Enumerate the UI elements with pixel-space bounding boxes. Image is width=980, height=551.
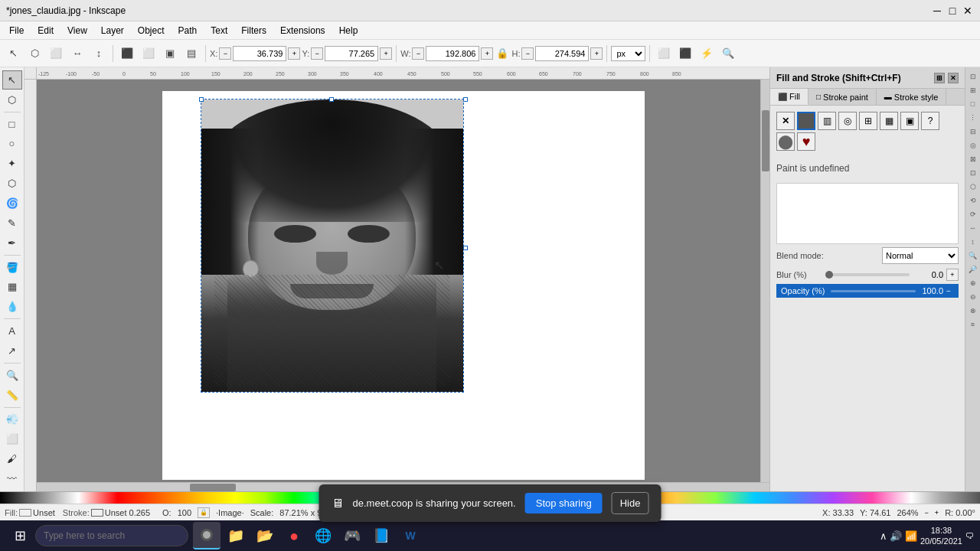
linear-gradient-btn[interactable]: ▥ — [818, 112, 836, 130]
connector-tool[interactable]: ↗ — [2, 341, 22, 360]
taskbar-icon-edge[interactable]: 🌐 — [309, 522, 337, 549]
menu-edit[interactable]: Edit — [31, 24, 60, 37]
spiral-tool[interactable]: 🌀 — [2, 194, 22, 213]
y-decrement-btn[interactable]: − — [311, 47, 323, 60]
zoom-in-status-btn[interactable]: + — [935, 508, 939, 517]
side-icon-8[interactable]: ⊡ — [967, 167, 979, 179]
side-icon-11[interactable]: ⟳ — [967, 208, 979, 220]
menu-path[interactable]: Path — [172, 24, 204, 37]
snap-node-icon[interactable]: ⊞ — [967, 84, 979, 96]
scrollbar-h-thumb[interactable] — [190, 484, 236, 491]
taskbar-icon-chrome[interactable]: ● — [280, 522, 308, 549]
canvas-wrapper[interactable]: -125 -100 -50 0 50 100 150 200 250 300 3… — [24, 67, 769, 491]
selection-handle-tr[interactable] — [463, 97, 468, 102]
maximize-button[interactable]: □ — [946, 5, 959, 17]
y-input[interactable] — [325, 46, 378, 61]
photo-frame[interactable] — [201, 99, 464, 393]
start-button[interactable]: ⊞ — [6, 522, 34, 549]
side-icon-12[interactable]: ↔ — [967, 222, 979, 234]
menu-extensions[interactable]: Extensions — [274, 24, 332, 37]
taskbar-system-tray[interactable]: ∧ 🔊 📶 — [880, 530, 917, 542]
star-tool[interactable]: ✦ — [2, 154, 22, 173]
side-icon-13[interactable]: ↕ — [967, 236, 979, 248]
flat-color-btn[interactable] — [797, 112, 815, 130]
stroke-paint-tab[interactable]: □ Stroke paint — [808, 89, 877, 105]
taskbar-icon-app6[interactable]: 📘 — [368, 522, 395, 549]
w-increment-btn[interactable]: + — [481, 47, 493, 60]
ungroup-btn[interactable]: ▤ — [181, 44, 201, 64]
node-edit-tool[interactable]: ⬡ — [2, 90, 22, 109]
opacity-decrement-btn[interactable]: − — [943, 285, 954, 296]
stroke-style-tab[interactable]: ▬ Stroke style — [877, 89, 946, 105]
side-icon-16[interactable]: ⊕ — [967, 277, 979, 289]
menu-text[interactable]: Text — [204, 24, 234, 37]
taskbar-search-input[interactable] — [35, 525, 188, 546]
hide-button[interactable]: Hide — [612, 492, 649, 514]
blur-increment-btn[interactable]: + — [946, 269, 959, 281]
selection-handle-mr[interactable] — [463, 246, 468, 250]
close-button[interactable]: ✕ — [962, 5, 974, 17]
zoom-out-status-btn[interactable]: − — [925, 508, 929, 517]
side-icon-19[interactable]: ≡ — [967, 318, 979, 331]
paint-tool[interactable]: 🖌 — [2, 449, 22, 468]
taskbar-icon-explorer[interactable]: 📁 — [222, 522, 250, 549]
blend-mode-select[interactable]: Normal Multiply Screen Overlay — [882, 247, 959, 264]
zoom-out-icon[interactable]: 🔎 — [967, 263, 979, 276]
opacity-lock-btn[interactable]: 🔒 — [198, 507, 210, 518]
calligraphy-tool[interactable]: ✒ — [2, 233, 22, 253]
taskbar-icon-word[interactable]: W — [397, 522, 424, 549]
rect-tool[interactable]: □ — [2, 115, 22, 134]
unknown-paint-btn[interactable]: ? — [921, 112, 939, 130]
x-decrement-btn[interactable]: − — [219, 47, 231, 60]
fill-color-swatch[interactable] — [19, 509, 31, 517]
flip-h-btn[interactable]: ↔ — [67, 44, 87, 64]
side-icon-7[interactable]: ⊠ — [967, 153, 979, 165]
minimize-button[interactable]: ─ — [931, 5, 943, 17]
opacity-slider-track[interactable] — [831, 290, 916, 292]
side-icon-17[interactable]: ⊖ — [967, 291, 979, 303]
menu-view[interactable]: View — [61, 24, 93, 37]
select-tool-btn[interactable]: ↖ — [3, 44, 23, 64]
bucket-tool[interactable]: 🪣 — [2, 258, 22, 277]
selection-tool[interactable]: ↖ — [2, 70, 22, 90]
node-tool-btn[interactable]: ⬡ — [24, 44, 44, 64]
pattern-btn[interactable]: ▦ — [880, 112, 898, 130]
snap-grid-icon[interactable]: ⋮ — [967, 112, 979, 124]
dropper-tool[interactable]: 💧 — [2, 297, 22, 316]
selection-handle-tc[interactable] — [329, 97, 334, 102]
unit-select[interactable]: px mm cm in — [611, 46, 645, 61]
x-increment-btn[interactable]: + — [288, 47, 300, 60]
blur-slider-thumb[interactable] — [825, 271, 833, 279]
menu-layer[interactable]: Layer — [95, 24, 130, 37]
side-icon-9[interactable]: ⬡ — [967, 181, 979, 193]
snap-icon[interactable]: ⊡ — [967, 70, 979, 83]
radial-gradient-btn[interactable]: ◎ — [838, 112, 857, 130]
scrollbar-vertical[interactable] — [760, 80, 769, 482]
menu-filters[interactable]: Filters — [235, 24, 273, 37]
side-icon-18[interactable]: ⊗ — [967, 305, 979, 317]
gradient-tool[interactable]: ▦ — [2, 278, 22, 297]
lock-aspect-icon[interactable]: 🔒 — [495, 47, 510, 59]
zoom-tool[interactable]: 🔍 — [2, 366, 22, 385]
spray-tool[interactable]: 💨 — [2, 410, 22, 429]
x-input[interactable] — [233, 46, 286, 61]
eraser-tool[interactable]: ⬜ — [2, 429, 22, 448]
side-icon-6[interactable]: ◎ — [967, 139, 979, 152]
taskbar-clock[interactable]: 18:38 20/05/2021 — [920, 525, 962, 547]
ellipse-tool[interactable]: ○ — [2, 135, 22, 154]
distribute-btn[interactable]: ⬜ — [139, 44, 158, 64]
menu-help[interactable]: Help — [333, 24, 364, 37]
pencil-tool[interactable]: ✎ — [2, 214, 22, 233]
h-input[interactable] — [535, 46, 589, 61]
h-increment-btn[interactable]: + — [590, 47, 603, 60]
flip-v-btn[interactable]: ↕ — [89, 44, 109, 64]
taskbar-icon-files[interactable]: 📂 — [251, 522, 279, 549]
y-increment-btn[interactable]: + — [380, 47, 392, 60]
taskbar-icon-app5[interactable]: 🎮 — [338, 522, 366, 549]
taskbar-notification-icon[interactable]: 🗨 — [965, 531, 974, 540]
blur-slider-track[interactable] — [825, 273, 910, 276]
swatch-btn[interactable]: ▣ — [900, 112, 919, 130]
h-decrement-btn[interactable]: − — [521, 47, 534, 60]
stop-sharing-button[interactable]: Stop sharing — [525, 493, 603, 514]
snap-bbox-icon[interactable]: □ — [967, 98, 979, 110]
